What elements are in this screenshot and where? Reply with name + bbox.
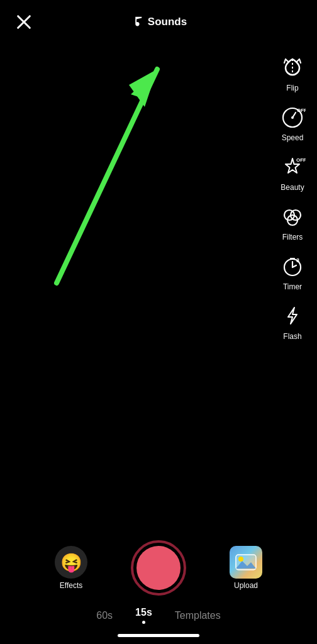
tab-60s[interactable]: 60s xyxy=(96,610,113,621)
svg-text:OFF: OFF xyxy=(297,108,306,113)
record-outer-ring xyxy=(131,540,186,596)
top-bar: Sounds xyxy=(0,0,317,44)
upload-label: Upload xyxy=(234,581,258,590)
sounds-label: Sounds xyxy=(148,16,187,28)
tab-60s-label: 60s xyxy=(96,610,113,621)
effects-label: Effects xyxy=(60,581,82,590)
svg-point-16 xyxy=(238,557,243,562)
bottom-area: 😝 Effects Upload xyxy=(0,528,317,644)
record-button[interactable] xyxy=(131,540,186,596)
sidebar-item-beauty[interactable]: OFF Beauty xyxy=(273,150,312,194)
flash-label: Flash xyxy=(283,332,301,341)
svg-text:3: 3 xyxy=(296,257,299,264)
sidebar-item-flip[interactable]: Flip xyxy=(273,50,312,95)
arrow-overlay xyxy=(38,38,176,302)
tab-15s-label: 15s xyxy=(135,607,152,618)
filters-icon xyxy=(278,202,307,231)
sidebar-item-timer[interactable]: 3 Timer xyxy=(273,249,312,294)
timer-icon: 3 xyxy=(278,252,307,280)
upload-icon xyxy=(230,546,262,579)
tab-templates[interactable]: Templates xyxy=(175,610,221,621)
tab-templates-label: Templates xyxy=(175,610,221,621)
effects-button[interactable]: 😝 Effects xyxy=(49,546,93,590)
home-bar xyxy=(118,634,199,637)
speed-label: Speed xyxy=(282,133,304,142)
timer-label: Timer xyxy=(283,282,302,291)
tab-15s[interactable]: 15s xyxy=(135,607,152,624)
filters-label: Filters xyxy=(282,233,303,242)
upload-button[interactable]: Upload xyxy=(224,546,268,590)
close-button[interactable] xyxy=(13,11,35,33)
sounds-button[interactable]: Sounds xyxy=(130,15,187,29)
speed-icon: OFF xyxy=(278,103,307,131)
svg-text:OFF: OFF xyxy=(296,157,306,163)
active-tab-dot xyxy=(142,621,145,624)
flash-icon xyxy=(278,301,307,330)
home-indicator xyxy=(0,626,317,644)
svg-point-6 xyxy=(291,116,294,119)
effects-icon: 😝 xyxy=(55,546,87,579)
sidebar-item-filters[interactable]: Filters xyxy=(273,199,312,244)
right-sidebar: Flip OFF Speed OFF Beauty xyxy=(273,50,312,343)
mode-tabs: 60s 15s Templates xyxy=(0,602,317,626)
sidebar-item-speed[interactable]: OFF Speed xyxy=(273,100,312,145)
camera-controls: 😝 Effects Upload xyxy=(0,528,317,602)
beauty-label: Beauty xyxy=(281,183,304,192)
sidebar-item-flash[interactable]: Flash xyxy=(273,299,312,343)
flip-icon xyxy=(278,53,307,82)
beauty-icon: OFF xyxy=(278,152,307,181)
flip-label: Flip xyxy=(286,84,298,92)
